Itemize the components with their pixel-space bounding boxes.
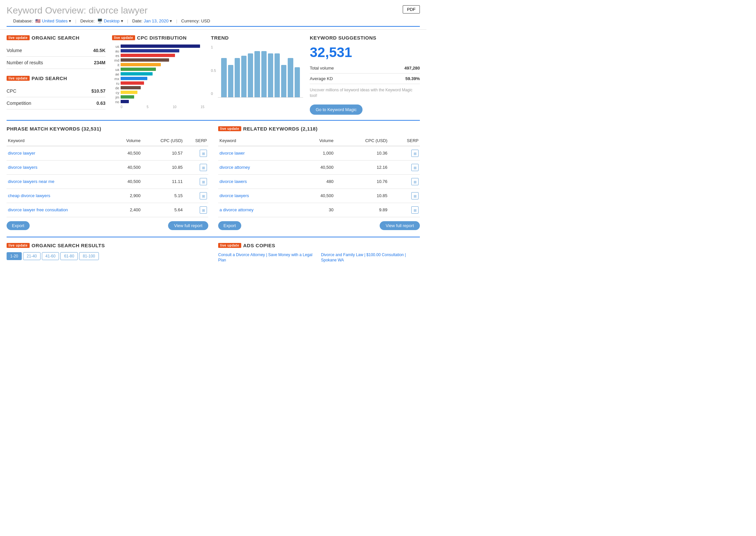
competition-label: Competition (7, 101, 31, 106)
serp-icon[interactable]: ⊞ (200, 192, 207, 199)
competition-row: Competition 0.63 (7, 97, 106, 110)
serp-icon[interactable]: ⊞ (411, 150, 418, 157)
cpc-bar-container (121, 86, 204, 90)
related-keywords-footer: Export View full report (218, 221, 420, 230)
serp-icon[interactable]: ⊞ (411, 178, 418, 185)
middle-section: PHRASE MATCH KEYWORDS (32,531) Keyword V… (7, 126, 420, 230)
phrase-cpc-cell: 11.11 (142, 174, 184, 188)
cpc-bar-row: es (112, 54, 204, 58)
volume-row: Volume 40.5K (7, 45, 106, 57)
phrase-cpc-cell: 5.64 (142, 203, 184, 217)
cpc-bar-row: ua (112, 68, 204, 72)
related-keywords-title: RELATED KEYWORDS (2,118) (243, 126, 318, 132)
related-cpc-cell: 10.85 (335, 188, 389, 203)
pagination-tab[interactable]: 41-60 (42, 252, 59, 260)
keyword-text: divorce lawyer (89, 5, 148, 16)
serp-icon[interactable]: ⊞ (411, 164, 418, 171)
table-row: divorce lawers 480 10.76 ⊞ (218, 174, 420, 188)
phrase-match-panel: PHRASE MATCH KEYWORDS (32,531) Keyword V… (7, 126, 208, 230)
page-title: Keyword Overview: divorce lawyer (7, 5, 148, 16)
cpc-bar (121, 95, 134, 99)
serp-icon[interactable]: ⊞ (200, 164, 207, 171)
phrase-volume-cell: 40,500 (113, 174, 142, 188)
cpc-bar (121, 82, 144, 85)
cpc-label: CPC (7, 88, 16, 94)
cpc-bar-row: mx (112, 77, 204, 81)
avg-kd-row: Average KD 59.39% (310, 74, 420, 84)
related-keyword-link[interactable]: divorce lawer (219, 151, 245, 155)
related-view-report-button[interactable]: View full report (379, 221, 420, 230)
cpc-bar-label: jm (112, 95, 119, 99)
cpc-bar-row: us (112, 45, 204, 49)
cpc-bar-container (121, 95, 204, 99)
phrase-keyword-link[interactable]: cheap divorce lawyers (8, 193, 50, 198)
device-value[interactable]: Desktop (104, 18, 120, 23)
total-volume-row: Total volume 497,280 (310, 63, 420, 74)
cpc-bar (121, 100, 129, 103)
cpc-bar-label: ua (112, 68, 119, 72)
trend-bars (218, 45, 303, 97)
related-export-button[interactable]: Export (218, 221, 241, 230)
serp-icon[interactable]: ⊞ (411, 206, 418, 214)
paid-title: PAID SEARCH (32, 76, 67, 81)
ad-copy-link[interactable]: Divorce and Family Law | $100.00 Consult… (321, 252, 420, 263)
related-keyword-link[interactable]: divorce lawers (219, 179, 247, 184)
trend-bar (295, 67, 300, 97)
currency-label: Currency: (181, 18, 200, 23)
database-value[interactable]: United States (42, 18, 68, 23)
serp-icon[interactable]: ⊞ (411, 192, 418, 199)
main-content: live update ORGANIC SEARCH Volume 40.5K … (0, 30, 426, 268)
related-keyword-link[interactable]: divorce attorney (219, 165, 250, 170)
related-keyword-link[interactable]: divorce lawyers (219, 193, 249, 198)
cpc-bar-row: ru (112, 82, 204, 85)
cpc-dist-title: CPC DISTRIBUTION (137, 35, 187, 41)
cpc-bar-label: mx (112, 77, 119, 81)
phrase-keyword-link[interactable]: divorce lawyers near me (8, 179, 54, 184)
phrase-keyword-link[interactable]: divorce lawyers (8, 165, 38, 170)
cpc-bar-label: ae (112, 72, 119, 76)
pagination-tab[interactable]: 21-40 (23, 252, 41, 260)
phrase-match-view-report-button[interactable]: View full report (168, 221, 208, 230)
table-row: divorce lawyer free consultation 2,400 5… (7, 203, 208, 217)
table-row: divorce lawyers near me 40,500 11.11 ⊞ (7, 174, 208, 188)
cpc-bar-label: au (112, 49, 119, 53)
phrase-match-footer: Export View full report (7, 221, 208, 230)
phrase-match-export-button[interactable]: Export (7, 221, 30, 230)
serp-icon[interactable]: ⊞ (200, 178, 207, 185)
organic-results-badge: live update (7, 243, 30, 248)
cpc-bar-label: no (112, 100, 119, 104)
table-row: divorce attorney 40,500 12.16 ⊞ (218, 160, 420, 174)
cpc-bar-container (121, 49, 204, 53)
pagination-tab[interactable]: 81-100 (79, 252, 99, 260)
ad-copy-link[interactable]: Consult a Divorce Attorney | Save Money … (218, 252, 317, 263)
organic-results-title: ORGANIC SEARCH RESULTS (32, 243, 105, 248)
phrase-keyword-link[interactable]: divorce lawyer (8, 151, 35, 155)
pdf-button[interactable]: PDF (403, 5, 420, 14)
date-label: Date: (132, 18, 142, 23)
phrase-keyword-link[interactable]: divorce lawyer free consultation (8, 207, 68, 212)
cpc-bar-row: de (112, 86, 204, 90)
cpc-value: $10.57 (91, 88, 106, 94)
related-cpc-cell: 10.36 (335, 146, 389, 160)
related-keyword-link[interactable]: a divorce attorney (219, 207, 253, 212)
phrase-match-header: Keyword Volume CPC (USD) SERP (7, 135, 208, 146)
serp-icon[interactable]: ⊞ (200, 206, 207, 214)
related-keywords-table: Keyword Volume CPC (USD) SERP divorce la… (218, 135, 420, 217)
cpc-bar-label: us (112, 45, 119, 49)
date-value[interactable]: Jan 13, 2020 (144, 18, 168, 23)
serp-icon[interactable]: ⊞ (200, 150, 207, 157)
keyword-magic-button[interactable]: Go to Keyword Magic (310, 105, 363, 115)
related-cpc-cell: 12.16 (335, 160, 389, 174)
cpc-distribution-section: live update CPC DISTRIBUTION us au es md… (112, 35, 204, 115)
phrase-volume-cell: 40,500 (113, 160, 142, 174)
pagination-tab[interactable]: 61-80 (60, 252, 78, 260)
paid-metrics: CPC $10.57 Competition 0.63 (7, 85, 106, 110)
pagination-tab[interactable]: 1-20 (7, 252, 22, 260)
phrase-cpc-cell: 5.15 (142, 188, 184, 203)
table-row: divorce lawer 1,000 10.36 ⊞ (218, 146, 420, 160)
cpc-bar-row: no (112, 100, 204, 104)
cpc-chart: us au es md it ua ae mx (112, 45, 204, 104)
cpc-bar (121, 54, 175, 57)
related-volume-cell: 30 (298, 203, 335, 217)
bottom-section: live update ORGANIC SEARCH RESULTS 1-202… (7, 237, 420, 263)
